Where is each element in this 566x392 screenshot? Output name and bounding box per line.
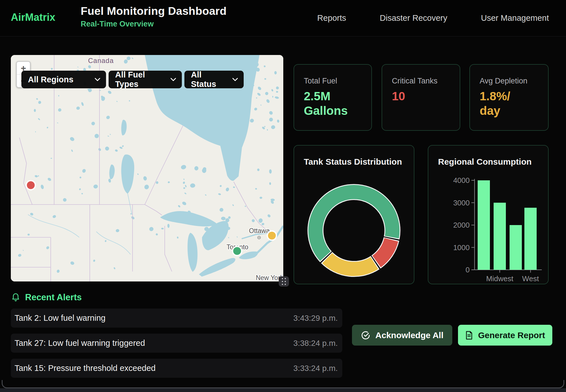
acknowledge-all-button[interactable]: Acknowledge All: [352, 325, 452, 346]
alerts-header: Recent Alerts: [11, 292, 82, 303]
svg-text:4000: 4000: [453, 176, 470, 185]
stat-value: 1.8%/day: [480, 89, 510, 118]
status-filter-value: All Status: [191, 70, 228, 89]
stat-card-critical-tanks: Critical Tanks 10: [382, 64, 460, 131]
generate-report-button[interactable]: Generate Report: [458, 325, 552, 346]
alert-row[interactable]: Tank 2: Low fuel warning 3:43:29 p.m.: [11, 309, 342, 328]
generate-report-label: Generate Report: [478, 330, 545, 340]
map-canvas: Canada Ottawa Toronto New York: [11, 55, 283, 281]
content-sheet-edge: [2, 380, 564, 388]
fuel-type-filter-value: All Fuel Types: [115, 70, 166, 89]
circle-check-icon: [361, 330, 370, 340]
city-label-ottawa: Ottawa: [249, 227, 270, 234]
status-filter-dropdown[interactable]: All Status: [184, 71, 244, 88]
tank-status-distribution-card: Tank Status Distribution: [294, 145, 414, 284]
nav-item-reports[interactable]: Reports: [317, 13, 346, 23]
svg-text:3000: 3000: [453, 199, 470, 207]
main-nav: Reports Disaster Recovery User Managemen…: [317, 0, 549, 36]
svg-text:Midwest: Midwest: [486, 274, 514, 283]
region-filter-value: All Regions: [28, 75, 74, 84]
chevron-down-icon: [95, 78, 100, 81]
page-subtitle: Real-Time Overview: [81, 20, 227, 28]
acknowledge-all-label: Acknowledge All: [375, 330, 443, 340]
chevron-down-icon: [170, 78, 176, 81]
alert-text: Tank 27: Low fuel warning triggered: [15, 338, 145, 348]
bottom-strip: [0, 388, 566, 392]
tank-status-donut-chart: [303, 179, 405, 282]
regional-consumption-bar-chart: 01000200030004000MidwestWest: [428, 146, 548, 284]
svg-text:0: 0: [466, 266, 470, 274]
brand-logo: AirMatrix: [11, 11, 55, 23]
country-label: Canada: [88, 57, 114, 64]
chart-title: Tank Status Distribution: [304, 157, 402, 167]
document-icon: [465, 331, 473, 340]
page-title: Fuel Monitoring Dashboard: [81, 5, 227, 17]
alert-row[interactable]: Tank 15: Pressure threshold exceeded 3:3…: [11, 359, 342, 378]
stat-value: 2.5MGallons: [304, 89, 348, 118]
alert-text: Tank 15: Pressure threshold exceeded: [15, 364, 156, 373]
tank-marker-warning[interactable]: [267, 231, 276, 240]
tank-marker-normal[interactable]: [233, 246, 242, 256]
stat-label: Critical Tanks: [392, 77, 437, 85]
svg-text:2000: 2000: [453, 221, 470, 229]
nav-item-disaster-recovery[interactable]: Disaster Recovery: [380, 13, 447, 23]
title-block: Fuel Monitoring Dashboard Real-Time Over…: [81, 5, 227, 28]
stat-label: Total Fuel: [304, 77, 337, 85]
map-filters: All Regions All Fuel Types All Status: [21, 71, 244, 88]
tank-marker-critical[interactable]: [26, 181, 35, 190]
fuel-map[interactable]: Canada Ottawa Toronto New York + − All R…: [11, 55, 283, 281]
nav-item-user-management[interactable]: User Management: [481, 13, 549, 23]
stat-value: 10: [392, 89, 405, 103]
map-resize-grip[interactable]: [279, 276, 289, 287]
alert-timestamp: 3:33:24 p.m.: [293, 364, 338, 373]
stat-label: Avg Depletion: [480, 77, 528, 85]
app-header: AirMatrix Fuel Monitoring Dashboard Real…: [0, 0, 566, 36]
alert-timestamp: 3:43:29 p.m.: [293, 314, 338, 323]
fuel-type-filter-dropdown[interactable]: All Fuel Types: [109, 71, 182, 88]
alert-timestamp: 3:38:24 p.m.: [293, 339, 338, 348]
alert-row[interactable]: Tank 27: Low fuel warning triggered 3:38…: [11, 334, 342, 353]
regional-consumption-card: Regional Consumption 01000200030004000Mi…: [428, 145, 549, 284]
stat-card-avg-depletion: Avg Depletion 1.8%/day: [469, 64, 549, 131]
stat-card-total-fuel: Total Fuel 2.5MGallons: [294, 64, 372, 131]
alerts-title: Recent Alerts: [25, 292, 82, 303]
bell-icon: [11, 293, 20, 302]
chevron-down-icon: [232, 78, 238, 81]
svg-text:West: West: [522, 274, 539, 283]
region-filter-dropdown[interactable]: All Regions: [21, 71, 106, 88]
fuel-monitoring-dashboard: AirMatrix Fuel Monitoring Dashboard Real…: [0, 0, 566, 392]
svg-text:1000: 1000: [453, 243, 470, 252]
alert-text: Tank 2: Low fuel warning: [15, 313, 105, 323]
